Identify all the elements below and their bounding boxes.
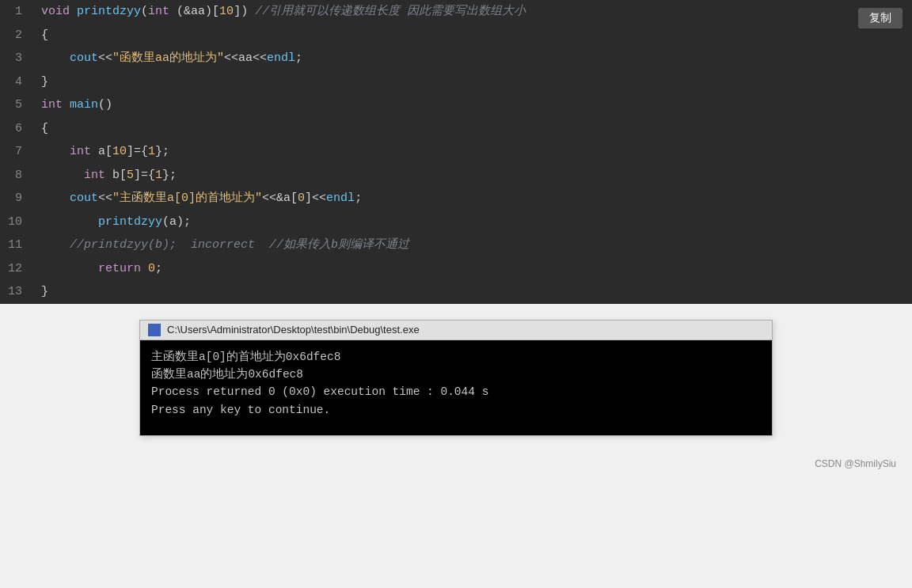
code-table: 1void printdzyy(int (&aa)[10]) //引用就可以传递… [0, 0, 912, 304]
line-code: } [35, 70, 912, 94]
plain-token: ( [169, 5, 184, 18]
line-number: 2 [0, 24, 35, 47]
plain-token: ; [155, 262, 162, 275]
line-code: int main() [35, 93, 912, 117]
num-token: 5 [127, 169, 134, 182]
line-code: int b[5]={1}; [35, 164, 912, 188]
table-row: 11 //printdzyy(b); incorrect //如果传入b则编译不… [0, 233, 912, 257]
line-number: 11 [0, 233, 35, 257]
plain-token: << [98, 51, 112, 65]
line-number: 8 [0, 164, 35, 188]
plain-token: a[ [91, 145, 112, 158]
fn-token: cout [70, 51, 98, 65]
fn-token: endl [326, 192, 355, 205]
plain-token: } [41, 285, 48, 298]
line-number: 9 [0, 187, 35, 211]
line-code: printdzyy(a); [35, 211, 912, 234]
plain-token: () [98, 98, 112, 112]
str-token: "主函数里a[0]的首地址为" [112, 192, 262, 205]
plain-token [41, 51, 70, 65]
console-line: Press any key to continue. [151, 401, 761, 419]
console-icon [148, 324, 161, 336]
line-code: int a[10]={1}; [35, 140, 912, 164]
line-number: 7 [0, 140, 35, 164]
line-code: cout<<"主函数里a[0]的首地址为"<<&a[0]<<endl; [35, 187, 912, 211]
copy-button[interactable]: 复制 [858, 8, 902, 28]
plain-token: <<&a[ [262, 192, 298, 205]
console-window: C:\Users\Administrator\Desktop\test\bin\… [139, 320, 773, 436]
console-title: C:\Users\Administrator\Desktop\test\bin\… [167, 324, 420, 336]
plain-token: ( [141, 5, 148, 18]
fn-token: printdzyy [98, 215, 162, 229]
cm-token: //printdzyy(b); incorrect //如果传入b则编译不通过 [41, 238, 409, 252]
fn-token: printdzyy [77, 5, 141, 18]
line-code: { [35, 117, 912, 141]
plain-token: { [41, 28, 48, 42]
table-row: 2{ [0, 24, 912, 47]
line-code: return 0; [35, 257, 912, 281]
plain-token: ]<< [305, 192, 326, 205]
table-row: 12 return 0; [0, 257, 912, 281]
line-number: 6 [0, 117, 35, 141]
fn-token: cout [70, 192, 98, 205]
line-code: } [35, 280, 912, 304]
plain-token: << [98, 192, 112, 205]
str-token: "函数里aa的地址为" [112, 51, 224, 65]
line-number: 5 [0, 93, 35, 117]
plain-token [63, 98, 70, 112]
plain-token [41, 192, 70, 205]
line-number: 10 [0, 211, 35, 234]
plain-token [141, 262, 148, 275]
plain-token: } [41, 75, 48, 89]
line-number: 4 [0, 70, 35, 94]
num-token: 10 [219, 5, 234, 18]
plain-token [70, 5, 77, 18]
line-code: //printdzyy(b); incorrect //如果传入b则编译不通过 [35, 233, 912, 257]
line-code: cout<<"函数里aa的地址为"<<aa<<endl; [35, 47, 912, 70]
kw-token: int [70, 145, 91, 158]
table-row: 8 int b[5]={1}; [0, 164, 912, 188]
table-row: 6{ [0, 117, 912, 141]
plain-token: }; [155, 145, 169, 158]
plain-token: ]={ [134, 169, 155, 182]
plain-token: }; [162, 169, 177, 182]
plain-token: ; [355, 192, 362, 205]
table-row: 9 cout<<"主函数里a[0]的首地址为"<<&a[0]<<endl; [0, 187, 912, 211]
plain-token [41, 145, 70, 158]
line-number: 12 [0, 257, 35, 281]
table-row: 7 int a[10]={1}; [0, 140, 912, 164]
console-section: C:\Users\Administrator\Desktop\test\bin\… [0, 304, 912, 452]
table-row: 10 printdzyy(a); [0, 211, 912, 234]
fn-token: endl [267, 51, 295, 65]
console-line: 主函数里a[0]的首地址为0x6dfec8 [151, 348, 761, 366]
plain-token: { [41, 122, 48, 135]
code-block: 复制 1void printdzyy(int (&aa)[10]) //引用就可… [0, 0, 912, 304]
plain-token: (a); [162, 215, 191, 229]
num-token: 0 [298, 192, 305, 205]
plain-token: &aa)[ [184, 5, 219, 18]
kw-token: void [41, 5, 70, 18]
num-token: 0 [148, 262, 155, 275]
num-token: 1 [148, 145, 155, 158]
kw-token: return [98, 262, 141, 275]
num-token: 1 [155, 169, 162, 182]
num-token: 10 [112, 145, 127, 158]
plain-token: <<aa<< [224, 51, 267, 65]
kw-token: int [84, 169, 105, 182]
table-row: 13} [0, 280, 912, 304]
line-number: 13 [0, 280, 35, 304]
plain-token [41, 169, 84, 182]
table-row: 3 cout<<"函数里aa的地址为"<<aa<<endl; [0, 47, 912, 70]
plain-token: b[ [105, 169, 127, 182]
plain-token: ]) [234, 5, 255, 18]
console-titlebar: C:\Users\Administrator\Desktop\test\bin\… [140, 321, 772, 340]
kw-token: int [41, 98, 63, 112]
table-row: 1void printdzyy(int (&aa)[10]) //引用就可以传递… [0, 0, 912, 24]
line-number: 1 [0, 0, 35, 24]
console-line: Process returned 0 (0x0) execution time … [151, 383, 761, 400]
kw-token: int [148, 5, 169, 18]
cm-token: //引用就可以传递数组长度 因此需要写出数组大小 [255, 5, 526, 18]
fn-token: main [70, 98, 98, 112]
table-row: 5int main() [0, 93, 912, 117]
footer-credit: CSDN @ShmilySiu [0, 452, 912, 472]
